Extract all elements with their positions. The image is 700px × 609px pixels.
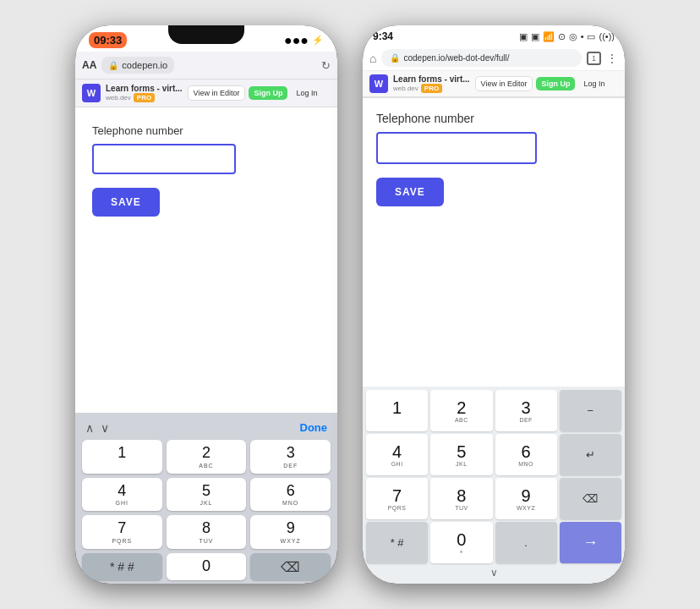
telephone-label: Telephone number	[92, 124, 320, 137]
left-status-icons: ●●● ⚡	[284, 33, 324, 48]
left-statusbar: 09:33 ●●● ⚡	[75, 25, 337, 52]
left-keyboard: ∧ ∨ Done 1 2 ABC 3 DEF 4 GHI	[75, 413, 337, 584]
home-icon[interactable]: ⌂	[369, 52, 376, 65]
battery-right-icon: ▭	[587, 31, 595, 42]
more-icon: •	[581, 31, 584, 41]
right-statusbar: 9:34 ▣ ▣ 📶 ⊙ ◎ • ▭ ((•))	[363, 25, 625, 46]
key-8[interactable]: 8 TUV	[167, 515, 247, 549]
signup-button[interactable]: Sign Up	[249, 86, 287, 100]
pro-badge: PRO	[134, 93, 155, 102]
view-editor-button[interactable]: View in Editor	[188, 85, 246, 101]
left-phone: 09:33 ●●● ⚡ AA 🔒 codepen.io ↻ W Learn fo…	[75, 25, 337, 584]
left-url-bar[interactable]: 🔒 codepen.io	[101, 57, 174, 74]
save-button[interactable]: SAVE	[92, 188, 160, 217]
battery-icon: ●●●	[284, 33, 309, 48]
key-delete[interactable]: ⌫	[250, 553, 331, 580]
wifi2-icon: ((•))	[599, 31, 615, 41]
login-button[interactable]: Log In	[291, 86, 322, 100]
right-login-button[interactable]: Log In	[578, 77, 610, 91]
right-telephone-label: Telephone number	[376, 112, 611, 125]
right-browser-chrome: ⌂ 🔒 codepen.io/web-dot-dev/full/ 1 ⋮ W L…	[363, 46, 625, 98]
chrome-url-row: ⌂ 🔒 codepen.io/web-dot-dev/full/ 1 ⋮	[363, 46, 625, 70]
right-view-editor-button[interactable]: View in Editor	[475, 76, 533, 91]
logo-letter: W	[87, 88, 96, 98]
right-toolbar-title-group: Learn forms - virt... web.dev PRO	[393, 74, 470, 93]
signal-icon: 📶	[543, 31, 555, 42]
right-content: Telephone number SAVE	[363, 98, 625, 387]
left-browser-top: AA 🔒 codepen.io ↻	[82, 57, 331, 74]
ak-key-4[interactable]: 4 GHI	[366, 434, 428, 475]
key-9[interactable]: 9 WXYZ	[250, 515, 331, 549]
key-special[interactable]: * # #	[82, 553, 162, 580]
key-1[interactable]: 1	[82, 440, 162, 474]
ak-key-5[interactable]: 5 JKL	[430, 434, 492, 475]
done-button[interactable]: Done	[300, 421, 328, 434]
refresh-button[interactable]: ↻	[321, 59, 331, 72]
ak-key-1[interactable]: 1	[366, 390, 428, 431]
keyboard-topbar: ∧ ∨ Done	[79, 418, 334, 440]
right-telephone-input[interactable]	[376, 132, 537, 164]
right-phone: 9:34 ▣ ▣ 📶 ⊙ ◎ • ▭ ((•)) ⌂ 🔒 codepen.io/…	[363, 25, 625, 584]
right-logo-letter: W	[375, 79, 383, 89]
sim2-icon: ▣	[531, 31, 539, 42]
toolbar-title-group: Learn forms - virt... web.dev PRO	[106, 84, 183, 102]
arrow-up-icon[interactable]: ∧	[85, 421, 94, 435]
ak-key-3[interactable]: 3 DEF	[495, 390, 557, 431]
ak-key-8[interactable]: 8 TUV	[430, 478, 492, 519]
aa-text[interactable]: AA	[82, 59, 96, 71]
right-toolbar: W Learn forms - virt... web.dev PRO View…	[363, 70, 625, 97]
keyboard-chevron[interactable]: ∨	[490, 567, 498, 579]
chrome-menu-icon[interactable]: ⋮	[606, 52, 618, 65]
keyboard-arrows: ∧ ∨	[85, 421, 109, 435]
android-keyboard-grid: 1 2 ABC 3 DEF − 4 GHI 5 JKL	[366, 390, 621, 563]
arrow-down-icon[interactable]: ∨	[101, 421, 109, 435]
ak-key-star[interactable]: * #	[366, 522, 428, 563]
key-5[interactable]: 5 JKL	[167, 478, 247, 512]
left-toolbar: W Learn forms - virt... web.dev PRO View…	[75, 80, 337, 107]
ak-key-dot[interactable]: .	[495, 522, 557, 563]
right-keyboard: 1 2 ABC 3 DEF − 4 GHI 5 JKL	[363, 387, 625, 584]
location-icon: ◎	[569, 31, 577, 42]
ak-key-backspace[interactable]: ⌫	[560, 478, 621, 519]
right-signup-button[interactable]: Sign Up	[536, 77, 575, 91]
keyboard-grid: 1 2 ABC 3 DEF 4 GHI 5 JKL 6 MNO	[79, 440, 334, 580]
key-6[interactable]: 6 MNO	[250, 478, 331, 512]
ak-key-2[interactable]: 2 ABC	[430, 390, 492, 431]
right-pro-badge: PRO	[421, 84, 442, 93]
key-2[interactable]: 2 ABC	[167, 440, 247, 474]
left-content: Telephone number SAVE	[75, 107, 337, 413]
right-url-text: codepen.io/web-dot-dev/full/	[403, 53, 509, 63]
right-toolbar-title: Learn forms - virt...	[393, 74, 470, 84]
key-4[interactable]: 4 GHI	[82, 478, 162, 512]
right-toolbar-buttons: View in Editor Sign Up Log In	[475, 76, 610, 91]
right-status-icons: ▣ ▣ 📶 ⊙ ◎ • ▭ ((•))	[519, 31, 615, 42]
left-time: 09:33	[89, 32, 127, 48]
url-text: codepen.io	[122, 60, 167, 70]
toolbar-logo: W	[82, 84, 101, 102]
charging-icon: ⚡	[312, 35, 324, 46]
toolbar-buttons: View in Editor Sign Up Log In	[188, 85, 323, 101]
chrome-url-bar[interactable]: 🔒 codepen.io/web-dot-dev/full/	[381, 49, 582, 67]
sim-icon: ▣	[519, 31, 528, 42]
toolbar-domain: web.dev	[106, 94, 131, 102]
right-lock-icon: 🔒	[390, 53, 400, 63]
ak-key-7[interactable]: 7 PQRS	[366, 478, 428, 519]
key-0[interactable]: 0	[167, 553, 247, 580]
ak-key-return[interactable]: ↵	[560, 434, 621, 475]
tab-counter[interactable]: 1	[587, 52, 601, 65]
toolbar-title: Learn forms - virt...	[106, 84, 183, 93]
ak-key-next[interactable]: →	[560, 522, 621, 563]
left-browser-bar: AA 🔒 codepen.io ↻	[75, 52, 337, 80]
ak-key-9[interactable]: 9 WXYZ	[495, 478, 557, 519]
ak-key-minus[interactable]: −	[560, 390, 621, 431]
key-7[interactable]: 7 PQRS	[82, 515, 162, 549]
right-time: 9:34	[373, 30, 393, 42]
ak-key-6[interactable]: 6 MNO	[495, 434, 557, 475]
right-toolbar-logo: W	[369, 74, 388, 93]
key-3[interactable]: 3 DEF	[250, 440, 331, 474]
telephone-input[interactable]	[92, 144, 236, 174]
ak-key-0[interactable]: 0 +	[430, 522, 492, 563]
lock-icon: 🔒	[108, 61, 118, 70]
right-save-button[interactable]: SAVE	[376, 178, 444, 206]
wifi-icon: ⊙	[558, 31, 566, 42]
